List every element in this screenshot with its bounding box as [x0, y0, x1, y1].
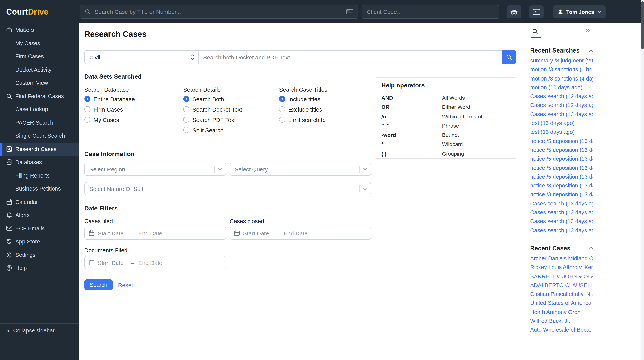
recent-search-cases-search-13-days-ago[interactable]: Cases search (13 days ago): [530, 226, 594, 235]
recent-search-motion-3-sanctions-4-day[interactable]: motion /3 sanctions (4 day...: [530, 74, 594, 83]
sidebar-item-databases[interactable]: Databases: [0, 156, 78, 169]
nav-icon-slot: [6, 186, 12, 192]
cases-filed-date-range[interactable]: Start Date – End Date: [84, 226, 226, 240]
recent-search-notice-5-deposition-13-da[interactable]: notice /5 deposition (13 da...: [530, 137, 594, 146]
recent-search-cases-search-13-days-ago[interactable]: Cases search (13 days ago): [530, 199, 594, 208]
sidebar-item-matters[interactable]: Matters: [0, 24, 78, 36]
recent-search-notice-3-deposition-13-da[interactable]: notice /3 deposition (13 da...: [530, 190, 594, 199]
recent-search-notice-5-deposition-13-da[interactable]: notice /5 deposition (13 da...: [530, 146, 594, 155]
collapse-panel-chevrons-icon[interactable]: »: [586, 26, 590, 34]
sidebar-item-business-petitions[interactable]: Business Petitions: [0, 182, 78, 195]
recent-case-barrell-v-johnson-j[interactable]: BARRELL v. JOHNSON & J...: [530, 272, 594, 281]
recent-cases-header[interactable]: Recent Cases: [530, 244, 594, 252]
scrollbar-thumb[interactable]: [641, 1, 644, 50]
region-select-placeholder: Select Region: [89, 166, 125, 172]
operator-description: Wildcard: [442, 140, 463, 149]
recent-search-cases-search-12-days-ago[interactable]: Cases search (12 days ago): [530, 101, 594, 110]
radio-include-titles[interactable]: Include titles: [279, 96, 327, 102]
search-button[interactable]: Search: [84, 280, 113, 290]
sync-icon: [6, 239, 12, 245]
cases-closed-date-range[interactable]: Start Date – End Date: [230, 226, 371, 240]
app-logo[interactable]: CourtDrive: [6, 7, 80, 16]
sidebar-item-docket-activity[interactable]: Docket Activity: [0, 63, 78, 76]
query-select[interactable]: Select Query: [230, 162, 371, 176]
bell-icon: [6, 212, 12, 218]
terminal-button[interactable]: [529, 5, 544, 18]
sidebar-item-settings[interactable]: Settings: [0, 248, 78, 262]
date-filters-title: Date Filters: [84, 204, 516, 213]
range-separator: –: [130, 230, 134, 236]
sidebar-item-pacer-search[interactable]: PACER Search: [0, 116, 78, 129]
sidebar-item-calendar[interactable]: Calendar: [0, 195, 78, 208]
sidebar-item-custom-view[interactable]: Custom View: [0, 76, 78, 90]
radio-firm-cases[interactable]: Firm Cases: [84, 106, 183, 112]
right-panel: » Recent Searches summary /3 judgment (2…: [526, 24, 640, 360]
recent-searches-title: Recent Searches: [530, 47, 580, 54]
radio-limit-search-to[interactable]: Limit search to: [279, 116, 327, 123]
recent-case-archer-daniels-midland-co[interactable]: Archer Daniels Midland Co...: [530, 254, 594, 263]
sidebar-item-label: App Store: [15, 239, 40, 245]
sidebar-item-find-federal-cases[interactable]: Find Federal Cases: [0, 90, 78, 103]
operator: *: [382, 140, 442, 149]
recent-search-notice-5-deposition-13-da[interactable]: notice /5 deposition (13 da...: [530, 164, 594, 172]
recent-search-cases-search-12-days-ago[interactable]: Cases search (12 days ago): [530, 92, 594, 101]
sidebar-item-my-cases[interactable]: My Cases: [0, 36, 78, 50]
collapse-sidebar-button[interactable]: « Collapse sidebar: [0, 324, 78, 338]
recent-search-notice-5-deposition-13-da[interactable]: notice /5 deposition (13 da...: [530, 155, 594, 164]
case-search-input[interactable]: [95, 8, 342, 15]
recent-case-adalberto-clausells[interactable]: ADALBERTO CLAUSELLS...: [530, 281, 594, 290]
radio-entire-database[interactable]: Entire Database: [84, 96, 183, 102]
recent-search-notice-3-deposition-13-da[interactable]: notice /3 deposition (13 da...: [530, 181, 594, 190]
radio-search-pdf-text[interactable]: Search PDF Text: [183, 116, 279, 123]
panel-search-tab-icon[interactable]: [532, 28, 538, 34]
nav-icon-slot: [6, 133, 12, 139]
recent-searches-header[interactable]: Recent Searches: [530, 47, 594, 54]
search-submit-button[interactable]: [502, 50, 516, 64]
radio-search-docket-text[interactable]: Search Docket Text: [183, 106, 279, 112]
sidebar-item-firm-cases[interactable]: Firm Cases: [0, 50, 78, 63]
radio-split-search[interactable]: Split Search: [183, 127, 279, 133]
radio-search-both[interactable]: Search Both: [183, 96, 279, 102]
start-date-placeholder: Start Date: [243, 230, 269, 236]
sidebar-item-filing-reports[interactable]: Filing Reports: [0, 169, 78, 182]
region-select[interactable]: Select Region: [84, 162, 226, 176]
documents-filed-label: Documents Filed: [84, 246, 516, 254]
radio-my-cases[interactable]: My Cases: [84, 116, 183, 123]
recent-search-motion-10-days-ago[interactable]: motion (10 days ago): [530, 83, 594, 92]
sidebar-item-case-lookup[interactable]: Case Lookup: [0, 103, 78, 116]
recent-case-wilfred-buck-jr[interactable]: Wilfred Buck, Jr.: [530, 317, 594, 326]
docket-pdf-search-input[interactable]: [198, 50, 502, 64]
recent-search-motion-3-sanctions-1-hr-a[interactable]: motion /3 sanctions (1 hr a...: [530, 65, 594, 74]
sidebar-item-app-store[interactable]: App Store: [0, 235, 78, 248]
reset-button[interactable]: Reset: [118, 282, 133, 288]
radio-exclude-titles[interactable]: Exclude titles: [279, 106, 327, 112]
recent-case-rickey-louis-alford-v-kenn[interactable]: Rickey Louis Alford v. Kenn...: [530, 263, 594, 272]
recent-search-test-13-days-ago[interactable]: test (13 days ago): [530, 119, 594, 128]
recent-case-auto-wholesale-of-boca-l[interactable]: Auto Wholesale of Boca, L...: [530, 326, 594, 335]
recent-case-cristian-pascal-et-al-v-niss[interactable]: Cristian Pascal et al v. Niss...: [530, 290, 594, 299]
sidebar-item-research-cases[interactable]: Research Cases: [0, 142, 78, 156]
sidebar-item-ecf-emails[interactable]: ECF Emails: [0, 222, 78, 235]
search-type-select[interactable]: Civil: [84, 50, 198, 64]
user-name: Tom Jones: [566, 9, 594, 15]
recent-case-heath-anthony-groh[interactable]: Heath Anthony Groh: [530, 308, 594, 317]
sidebar-item-alerts[interactable]: Alerts: [0, 208, 78, 222]
recent-search-cases-search-13-days-ago[interactable]: Cases search (13 days ago): [530, 217, 594, 226]
recent-search-test-13-days-ago[interactable]: test (13 days ago): [530, 128, 594, 137]
recent-search-summary-3-judgment-29[interactable]: summary /3 judgment (29 ...: [530, 56, 594, 65]
recent-search-notice-5-deposition-13-da[interactable]: notice /5 deposition (13 da...: [530, 172, 594, 182]
user-menu-button[interactable]: Tom Jones: [553, 5, 606, 18]
sidebar-item-label: Matters: [15, 27, 34, 33]
terminal-icon: [533, 9, 540, 15]
recent-case-united-states-of-america-e[interactable]: United States of America e...: [530, 299, 594, 308]
recent-search-cases-search-13-days-ago[interactable]: Cases search (13 days ago): [530, 208, 594, 217]
sidebar-item-help[interactable]: Help: [0, 262, 78, 275]
nature-of-suit-select[interactable]: Select Nature Of Suit: [84, 182, 371, 195]
incognito-button[interactable]: [507, 5, 521, 18]
sidebar-item-single-court-search[interactable]: Single Court Search: [0, 129, 78, 142]
documents-filed-date-range[interactable]: Start Date – End Date: [84, 256, 226, 269]
client-code-input[interactable]: [367, 8, 494, 15]
form-actions: Search Reset: [84, 280, 516, 290]
radio-circle: [279, 96, 285, 102]
recent-search-cases-search-13-days-ago[interactable]: Cases search (13 days ago): [530, 110, 594, 119]
